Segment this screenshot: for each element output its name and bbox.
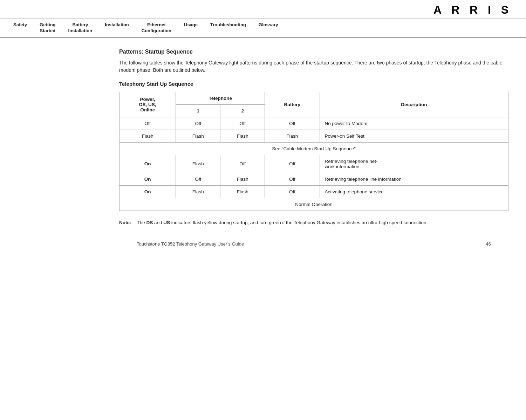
arris-logo: A R R I S: [433, 4, 512, 16]
navigation-bar: Safety Getting Started Battery Installat…: [0, 19, 526, 38]
table-cell-tel1: Off: [176, 117, 220, 130]
nav-item-glossary[interactable]: Glossary: [252, 19, 285, 37]
col-header-battery: Battery: [265, 92, 320, 117]
table-span-row: See “Cable Modem Start Up Sequence”: [119, 142, 508, 155]
table-cell-description: No power to Modem: [320, 117, 508, 130]
table-cell-power: On: [119, 185, 176, 198]
table-cell-power: Off: [119, 117, 176, 130]
nav-item-troubleshooting[interactable]: Troubleshooting: [204, 19, 252, 37]
footer: Touchstone TG852 Telephony Gateway User’…: [119, 237, 508, 251]
table-cell-tel1: Flash: [176, 185, 220, 198]
table-cell-description: Activating telephone service: [320, 185, 508, 198]
table-cell-battery: Flash: [265, 130, 320, 142]
col-header-tel2: 2: [220, 104, 265, 117]
col-header-description: Description: [320, 92, 508, 117]
table-cell-tel2: Flash: [220, 173, 265, 185]
table-cell-tel1: Flash: [176, 155, 220, 173]
table-cell-description: Retrieving telephone net- work informati…: [320, 155, 508, 173]
table-cell-description: Power-on Self Test: [320, 130, 508, 142]
sidebar: [0, 38, 109, 388]
table-cell-tel2: Off: [220, 155, 265, 173]
table-cell-battery: Off: [265, 185, 320, 198]
logo-bar: A R R I S: [0, 0, 526, 19]
note-ds: DS: [146, 220, 153, 225]
nav-item-safety[interactable]: Safety: [7, 19, 33, 37]
footer-right: 46: [486, 241, 491, 247]
content-area: Patterns: Startup Sequence The following…: [109, 38, 526, 388]
table-cell-battery: Off: [265, 117, 320, 130]
section-title: Patterns: Startup Sequence: [119, 49, 508, 55]
startup-table: Power, DS, US, Online Telephone Battery …: [119, 92, 508, 211]
footer-left: Touchstone TG852 Telephony Gateway User’…: [137, 241, 244, 247]
main-content: Patterns: Startup Sequence The following…: [0, 38, 526, 388]
table-cell-tel1: Off: [176, 173, 220, 185]
note-section: Note: The DS and US indicators flash yel…: [119, 219, 508, 226]
nav-item-usage[interactable]: Usage: [178, 19, 204, 37]
table-cell-power: Flash: [119, 130, 176, 142]
table-cell-battery: Off: [265, 155, 320, 173]
nav-item-getting-started[interactable]: Getting Started: [33, 19, 62, 37]
table-cell-tel2: Off: [220, 117, 265, 130]
table-cell-power: On: [119, 173, 176, 185]
note-text: The DS and US indicators flash yellow du…: [137, 219, 428, 226]
table-cell-battery: Off: [265, 173, 320, 185]
table-cell-power: On: [119, 155, 176, 173]
table-span-row: Normal Operation: [119, 198, 508, 211]
col-header-tel1: 1: [176, 104, 220, 117]
note-label: Note:: [119, 219, 131, 226]
note-us: US: [163, 220, 170, 225]
subsection-title: Telephony Start Up Sequence: [119, 81, 508, 87]
table-cell-description: Retrieving telephone line information: [320, 173, 508, 185]
col-header-telephone: Telephone: [176, 92, 265, 104]
col-header-power: Power, DS, US, Online: [119, 92, 176, 117]
nav-item-ethernet-configuration[interactable]: Ethernet Configuration: [135, 19, 178, 37]
nav-item-battery-installation[interactable]: Battery Installation: [62, 19, 99, 37]
table-cell-tel2: Flash: [220, 130, 265, 142]
section-paragraph: The following tables show the Telephony …: [119, 59, 508, 74]
table-cell-tel2: Flash: [220, 185, 265, 198]
table-cell-tel1: Flash: [176, 130, 220, 142]
nav-item-installation[interactable]: Installation: [98, 19, 135, 37]
